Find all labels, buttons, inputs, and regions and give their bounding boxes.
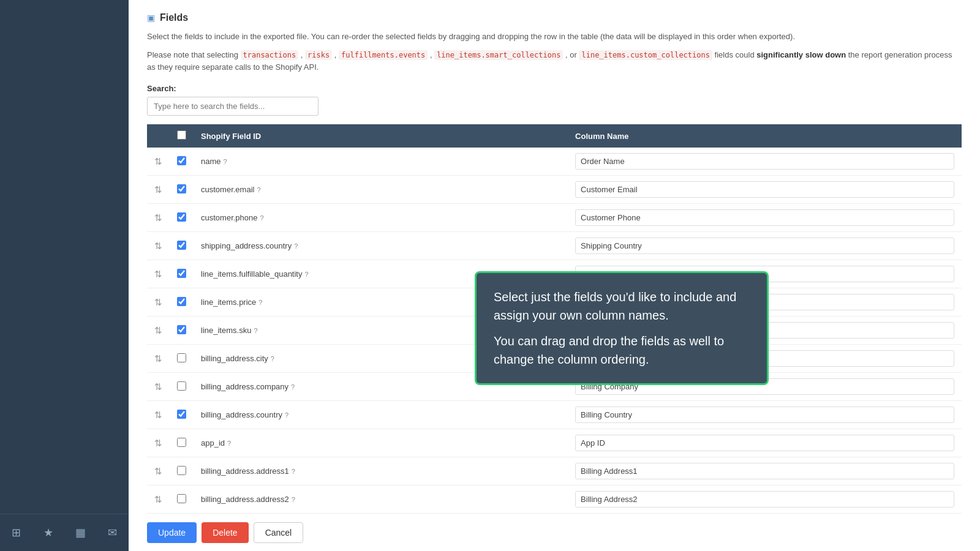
code-smart: line_items.smart_collections	[434, 50, 563, 60]
row-checkbox[interactable]	[177, 297, 186, 306]
drag-handle[interactable]: ⇅	[147, 373, 170, 401]
column-name-input[interactable]	[575, 181, 954, 198]
row-checkbox-cell	[170, 232, 194, 260]
row-checkbox[interactable]	[177, 466, 186, 475]
select-all-checkbox[interactable]	[177, 130, 186, 140]
table-row: ⇅customer.phone?	[147, 204, 962, 232]
table-container: Shopify Field ID Column Name ⇅name?⇅cust…	[147, 124, 962, 514]
field-id: billing_address.address1	[201, 467, 289, 476]
table-row: ⇅billing_address.country?	[147, 401, 962, 429]
help-icon[interactable]: ?	[294, 242, 298, 250]
field-id-cell: name?	[194, 148, 568, 176]
drag-handle[interactable]: ⇅	[147, 485, 170, 514]
help-icon[interactable]: ?	[254, 327, 257, 334]
row-checkbox-cell	[170, 148, 194, 176]
drag-handle[interactable]: ⇅	[147, 457, 170, 485]
field-id: billing_address.country	[201, 410, 282, 419]
help-icon[interactable]: ?	[271, 355, 274, 362]
field-id: customer.email	[201, 185, 254, 194]
drag-handle[interactable]: ⇅	[147, 429, 170, 457]
drag-handle[interactable]: ⇅	[147, 204, 170, 232]
row-checkbox-cell	[170, 260, 194, 288]
field-id-cell: billing_address.address2?	[194, 485, 568, 514]
warning-bold: significantly slow down	[756, 50, 846, 59]
cancel-button[interactable]: Cancel	[254, 522, 304, 543]
column-name-cell	[568, 204, 962, 232]
search-label: Search:	[147, 84, 962, 93]
help-icon[interactable]: ?	[292, 496, 295, 503]
column-name-cell	[568, 401, 962, 429]
help-icon[interactable]: ?	[224, 158, 227, 165]
table-row: ⇅customer.email?	[147, 176, 962, 204]
row-checkbox[interactable]	[177, 184, 186, 193]
row-checkbox[interactable]	[177, 241, 186, 250]
drag-handle[interactable]: ⇅	[147, 176, 170, 204]
section-title: Fields	[160, 12, 188, 23]
column-name-cell	[568, 232, 962, 260]
column-name-input[interactable]	[575, 153, 954, 170]
row-checkbox[interactable]	[177, 353, 186, 362]
field-id: name	[201, 157, 221, 166]
mail-icon[interactable]: ✉	[102, 522, 124, 544]
row-checkbox-cell	[170, 345, 194, 373]
field-id-cell: shipping_address.country?	[194, 232, 568, 260]
delete-button[interactable]: Delete	[202, 522, 248, 543]
drag-handle[interactable]: ⇅	[147, 317, 170, 345]
row-checkbox-cell	[170, 429, 194, 457]
row-checkbox-cell	[170, 485, 194, 514]
column-name-cell	[568, 485, 962, 514]
help-icon[interactable]: ?	[285, 411, 288, 419]
help-icon[interactable]: ?	[258, 299, 262, 306]
tooltip-line2: You can drag and drop the fields as well…	[494, 332, 750, 369]
drag-handle[interactable]: ⇅	[147, 288, 170, 317]
help-icon[interactable]: ?	[260, 214, 264, 222]
column-name-input[interactable]	[575, 463, 954, 479]
help-icon[interactable]: ?	[227, 440, 231, 447]
help-icon[interactable]: ?	[291, 383, 295, 391]
search-input[interactable]	[147, 97, 318, 116]
row-checkbox[interactable]	[177, 410, 186, 419]
row-checkbox-cell	[170, 373, 194, 401]
field-id: shipping_address.country	[201, 241, 292, 250]
table-header-row: Shopify Field ID Column Name	[147, 124, 962, 148]
help-icon[interactable]: ?	[304, 271, 308, 278]
drag-handle[interactable]: ⇅	[147, 232, 170, 260]
drag-handle[interactable]: ⇅	[147, 401, 170, 429]
row-checkbox[interactable]	[177, 438, 186, 447]
row-checkbox[interactable]	[177, 156, 186, 165]
fields-icon: ▣	[147, 13, 155, 23]
column-name-input[interactable]	[575, 435, 954, 451]
sidebar: ⊞ ★ ▦ ✉	[0, 0, 129, 551]
grid-icon[interactable]: ▦	[69, 522, 91, 544]
field-id-cell: billing_address.address1?	[194, 457, 568, 485]
drag-handle[interactable]: ⇅	[147, 148, 170, 176]
row-checkbox-cell	[170, 317, 194, 345]
tooltip-popup: Select just the fields you'd like to inc…	[475, 271, 769, 385]
help-icon[interactable]: ?	[292, 468, 295, 475]
column-name-cell	[568, 429, 962, 457]
row-checkbox[interactable]	[177, 212, 186, 222]
field-id: customer.phone	[201, 213, 258, 222]
row-checkbox[interactable]	[177, 494, 186, 503]
column-name-input[interactable]	[575, 491, 954, 508]
drag-handle[interactable]: ⇅	[147, 345, 170, 373]
help-icon[interactable]: ?	[257, 186, 260, 193]
row-checkbox-cell	[170, 204, 194, 232]
field-id: billing_address.city	[201, 354, 268, 363]
sidebar-bottom: ⊞ ★ ▦ ✉	[0, 514, 129, 551]
row-checkbox[interactable]	[177, 325, 186, 334]
field-id-cell: customer.email?	[194, 176, 568, 204]
row-checkbox[interactable]	[177, 381, 186, 391]
column-name-input[interactable]	[575, 238, 954, 254]
update-button[interactable]: Update	[147, 522, 197, 543]
column-name-input[interactable]	[575, 407, 954, 423]
column-name-cell	[568, 457, 962, 485]
column-name-input[interactable]	[575, 209, 954, 226]
field-id-cell: app_id?	[194, 429, 568, 457]
row-checkbox-cell	[170, 457, 194, 485]
field-id: app_id	[201, 438, 225, 448]
dashboard-icon[interactable]: ⊞	[5, 522, 27, 544]
star-icon[interactable]: ★	[37, 522, 59, 544]
drag-handle[interactable]: ⇅	[147, 260, 170, 288]
row-checkbox[interactable]	[177, 269, 186, 278]
